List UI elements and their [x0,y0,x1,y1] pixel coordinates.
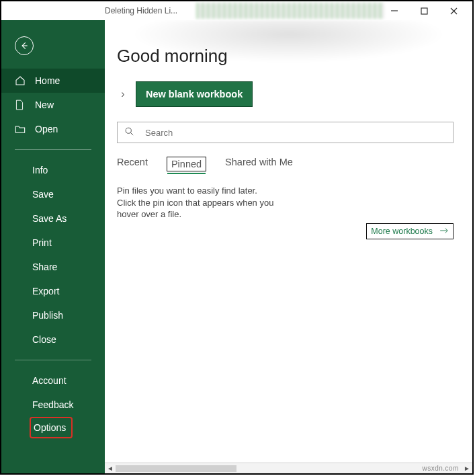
horizontal-scrollbar[interactable]: ◄ ► [105,463,472,473]
sidebar-item-publish[interactable]: Publish [1,303,105,327]
more-workbooks-label: More workbooks [371,227,433,236]
body: Home New Open Info Save Save As Print Sh… [1,20,472,473]
sidebar-label: New [35,100,54,110]
main-panel: Good morning › New blank workbook Recent… [105,20,472,473]
search-box[interactable] [117,122,454,143]
sidebar-item-save[interactable]: Save [1,182,105,206]
open-folder-icon [15,124,28,134]
chevron-right-icon[interactable]: › [117,88,129,100]
sidebar-item-info[interactable]: Info [1,158,105,182]
tab-pinned[interactable]: Pinned [167,157,206,171]
sidebar-item-feedback[interactable]: Feedback [1,393,105,417]
minimize-button[interactable] [380,2,409,19]
sidebar-item-share[interactable]: Share [1,255,105,279]
home-icon [15,75,28,86]
back-button[interactable] [15,36,34,55]
sidebar-item-new[interactable]: New [1,93,105,117]
more-workbooks-link[interactable]: More workbooks [366,223,454,239]
tab-shared[interactable]: Shared with Me [225,157,293,171]
sidebar-label: Options [34,422,66,433]
sidebar-item-open[interactable]: Open [1,117,105,141]
close-button[interactable] [439,2,468,19]
window-controls [380,2,468,19]
app-window: Deleting Hidden Li... Home [0,0,474,475]
sidebar-item-close[interactable]: Close [1,327,105,352]
sidebar-item-print[interactable]: Print [1,231,105,255]
arrow-right-icon [439,227,449,236]
svg-point-5 [126,128,131,133]
search-icon [124,126,134,138]
scroll-right-arrow[interactable]: ► [462,464,472,473]
scroll-thumb[interactable] [116,465,236,472]
sidebar-item-account[interactable]: Account [1,368,105,393]
tab-recent[interactable]: Recent [117,157,148,171]
sidebar-label: Open [35,124,58,134]
search-input[interactable] [145,128,446,138]
svg-rect-1 [421,8,427,14]
template-row: › New blank workbook [117,81,454,107]
sidebar-divider [15,360,91,360]
window-title: Deleting Hidden Li... [1,6,177,15]
tabs: Recent Pinned Shared with Me [117,157,454,171]
back-arrow-icon [19,41,29,50]
sidebar-item-export[interactable]: Export [1,279,105,303]
sidebar-item-options[interactable]: Options [30,417,73,438]
backstage-sidebar: Home New Open Info Save Save As Print Sh… [1,20,105,473]
sidebar-item-saveas[interactable]: Save As [1,206,105,231]
scroll-left-arrow[interactable]: ◄ [105,464,116,473]
sidebar-item-home[interactable]: Home [1,69,105,93]
sidebar-divider [15,149,91,150]
pinned-empty-hint: Pin files you want to easily find later.… [117,185,278,221]
title-bar: Deleting Hidden Li... [1,1,472,20]
header-decoration [196,3,384,19]
greeting-heading: Good morning [117,46,454,67]
svg-line-6 [130,132,133,135]
new-file-icon [15,100,28,110]
scroll-track[interactable] [116,465,462,472]
sidebar-label: Home [35,75,60,86]
maximize-button[interactable] [409,2,439,19]
new-blank-workbook-button[interactable]: New blank workbook [136,81,253,107]
